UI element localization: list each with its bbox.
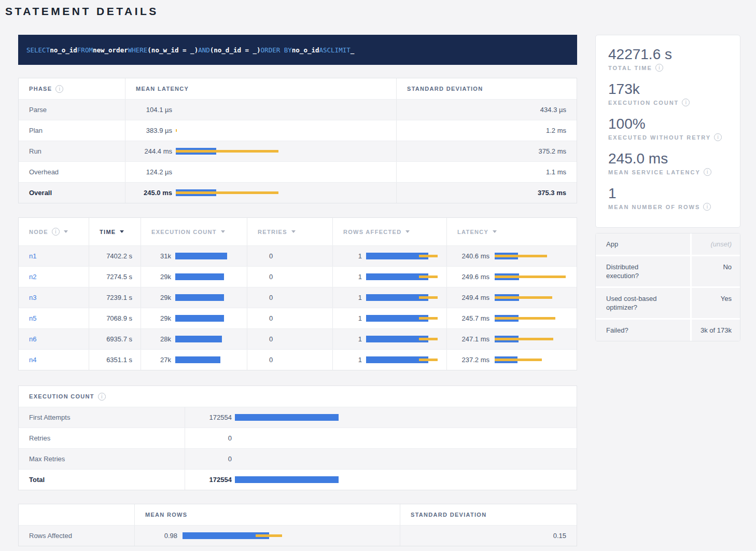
exec-row-value: 0 [195, 434, 232, 442]
sql-identifier: (no_w_id = _) [147, 46, 198, 54]
latency-bar [176, 100, 396, 120]
info-icon[interactable] [703, 203, 711, 211]
execution-count-value: 27k [151, 356, 171, 364]
latency-bar [495, 246, 577, 266]
info-icon[interactable] [682, 99, 690, 106]
stddev-bar [419, 276, 438, 278]
execution-count-bar [175, 267, 247, 287]
fact-label: Used cost-based optimizer? [606, 294, 668, 312]
execution-count-bar [235, 470, 577, 490]
sql-keyword: SELECT [26, 46, 50, 54]
rows-affected-bar [366, 267, 446, 287]
sql-keyword: AND [198, 46, 210, 54]
phase-label: Run [29, 147, 41, 155]
mean-bar [235, 414, 339, 421]
retries-value: 0 [269, 273, 273, 281]
fact-label: Failed? [606, 326, 628, 335]
latency-bar [495, 308, 577, 328]
table-row: Plan 383.9 µs 1.2 ms [19, 120, 577, 141]
rows-affected-value: 1 [343, 335, 362, 343]
main-column: SELECT no_o_id FROM new_order WHERE (no_… [18, 35, 577, 546]
stddev-value: 1.1 ms [546, 168, 566, 176]
execution-count-column-header[interactable]: EXECUTION COUNT [141, 218, 247, 245]
stat-label: MEAN SERVICE LATENCY [608, 169, 701, 175]
info-icon[interactable] [55, 85, 63, 93]
exec-row-value: 0 [195, 455, 232, 463]
execution-count-value: 29k [151, 273, 171, 281]
stddev-bar [495, 255, 547, 257]
stddev-bar [495, 338, 553, 340]
node-link[interactable]: n4 [29, 356, 36, 364]
retries-column-header[interactable]: RETRIES [247, 218, 332, 245]
summary-stats-panel: 42271.6 s TOTAL TIME 173k EXECUTION COUN… [595, 35, 740, 228]
execution-count-bar [175, 246, 247, 266]
sidebar: 42271.6 s TOTAL TIME 173k EXECUTION COUN… [595, 35, 740, 341]
node-header-label: NODE [29, 229, 48, 235]
mean-latency-value: 104.1 µs [136, 106, 172, 114]
rows-affected-label: Rows Affected [29, 532, 72, 540]
node-row: n4 6351.1 s 27k 0 1 237.2 ms [19, 349, 577, 370]
table-row: Run 244.4 ms 375.2 ms [19, 141, 577, 161]
fact-label: Distributed execution? [606, 263, 668, 280]
info-icon[interactable] [52, 228, 60, 236]
page-title: STATEMENT DETAILS [5, 5, 756, 18]
stddev-bar [419, 255, 438, 257]
rows-affected-column-header[interactable]: ROWS AFFECTED [332, 218, 446, 245]
rows-affected-bar [366, 308, 446, 328]
exec-row-value: 172554 [195, 414, 232, 421]
time-value: 6935.7 s [106, 335, 132, 343]
stddev-bar [256, 534, 282, 537]
info-icon[interactable] [98, 393, 106, 401]
fact-used-cost-based-optimizer: Used cost-based optimizer? Yes [596, 288, 740, 320]
node-link[interactable]: n1 [29, 252, 36, 260]
content: SELECT no_o_id FROM new_order WHERE (no_… [0, 35, 756, 546]
rows-affected-bar [366, 329, 446, 349]
phase-label: Overall [29, 189, 52, 197]
stddev-value: 1.2 ms [546, 127, 566, 134]
sort-descending-icon [64, 230, 68, 233]
rows-affected-value: 1 [343, 273, 362, 281]
latency-column-header[interactable]: LATENCY [446, 218, 577, 245]
sql-identifier: no_o_id [292, 46, 319, 54]
execution-count-bar [235, 407, 577, 428]
table-row-total: Total 172554 [19, 469, 577, 490]
standard-deviation-header-label: STANDARD DEVIATION [411, 512, 486, 518]
stddev-bar [176, 191, 278, 194]
standard-deviation-header-label: STANDARD DEVIATION [407, 86, 483, 92]
node-link[interactable]: n3 [29, 294, 36, 301]
phase-header-label: PHASE [29, 86, 52, 92]
fact-value: Yes [690, 288, 740, 318]
time-column-header[interactable]: TIME [89, 218, 141, 245]
latency-bar [495, 329, 577, 349]
latency-value: 240.6 ms [457, 252, 489, 260]
node-link[interactable]: n6 [29, 335, 36, 343]
stddev-bar [419, 317, 438, 320]
mean-rows-bar [183, 526, 400, 546]
node-column-header[interactable]: NODE [19, 218, 89, 245]
execution-count-bar [175, 329, 247, 349]
latency-bar [176, 183, 396, 203]
time-value: 6351.1 s [106, 356, 132, 364]
phase-table-header: PHASE MEAN LATENCY STANDARD DEVIATION [19, 78, 577, 99]
fact-app: App (unset) [596, 233, 740, 256]
mean-bar [175, 273, 224, 280]
info-icon[interactable] [655, 64, 663, 72]
execution-count-bar [175, 308, 247, 328]
mean-latency-column-header: MEAN LATENCY [125, 78, 396, 99]
mean-bar [175, 315, 224, 322]
phase-column-header: PHASE [19, 78, 125, 99]
stddev-value: 0.15 [553, 532, 566, 540]
time-value: 7274.5 s [106, 273, 132, 281]
retries-value: 0 [269, 294, 273, 301]
fact-label: App [606, 240, 618, 249]
info-icon[interactable] [714, 133, 722, 141]
retries-value: 0 [269, 356, 273, 364]
info-icon[interactable] [704, 168, 711, 176]
phase-label: Overhead [29, 168, 59, 176]
mean-bar [235, 476, 339, 483]
node-link[interactable]: n5 [29, 314, 36, 322]
stat-execution-count: 173k EXECUTION COUNT [608, 80, 735, 106]
node-link[interactable]: n2 [29, 273, 36, 281]
table-row: Rows Affected 0.98 0.15 [19, 525, 577, 546]
execution-count-bar [175, 350, 247, 370]
